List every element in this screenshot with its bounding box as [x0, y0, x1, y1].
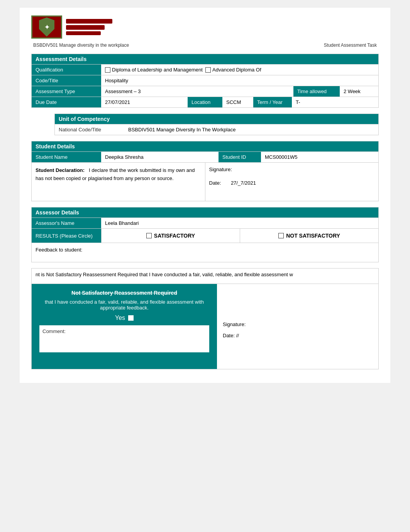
date-label: Date:: [209, 180, 221, 186]
reassessment-title: Not Satisfactory Reassessment Required: [71, 290, 177, 296]
due-date-row: Due Date 27/07/2021 Location SCCM Term /…: [32, 97, 378, 107]
logo-shield: ✦: [39, 17, 54, 37]
subtitle-right: Student Assessment Task: [324, 42, 377, 48]
reassessment-content: that I have conducted a fair, valid, rel…: [39, 299, 209, 311]
uoc-section: Unit of Competency National Code/Title B…: [54, 114, 379, 135]
declaration-label: Student Declaration:: [36, 167, 85, 173]
assessment-type-label: Assessment Type: [32, 86, 101, 97]
yes-row: Yes: [115, 314, 134, 321]
student-name-value: Deepika Shresha: [101, 152, 219, 162]
comment-box: Comment:: [39, 325, 209, 352]
due-date-label: Due Date: [32, 97, 101, 107]
reassess-wrapper: Not Satisfactory Reassessment Required t…: [32, 284, 378, 369]
assessment-type-row: Assessment Type Assessment – 3 Time allo…: [32, 86, 378, 97]
student-name-label: Student Name: [32, 152, 101, 162]
right-date-label: Date: //: [223, 332, 373, 340]
satisfactory-option: SATISFACTORY: [101, 229, 240, 243]
feedback-row: Feedback to student:: [32, 243, 378, 262]
logo-area: ✦: [31, 15, 112, 39]
diploma-text: Diploma of Leadership and Management: [112, 67, 203, 73]
signature-area: Signature: Date: 27/_7/2021: [205, 163, 379, 201]
assessment-details-section: Assessment Details Qualification Diploma…: [31, 54, 379, 108]
qualification-value: Diploma of Leadership and Management Adv…: [101, 65, 378, 75]
diploma-checkbox-label: Diploma of Leadership and Management: [105, 67, 203, 73]
reassess-left: Not Satisfactory Reassessment Required t…: [32, 284, 217, 369]
date-value: 27/_7/2021: [231, 180, 256, 186]
not-satisfactory-text: NOT SATISFACTORY: [286, 233, 340, 239]
page-container: ✦ BSBDIV501 Manage diversity in the work…: [20, 8, 390, 383]
due-date-value: 27/07/2021: [101, 97, 188, 107]
not-satisfactory-checkbox[interactable]: [278, 233, 284, 238]
results-label: RESULTS (Please Circle): [32, 229, 101, 243]
code-title-label: Code/Title: [32, 75, 101, 86]
date-area: Date: 27/_7/2021: [209, 180, 375, 186]
student-header: Student Details: [32, 141, 378, 151]
term-year-value: T-: [292, 97, 378, 107]
not-satisfactory-option: NOT SATISFACTORY: [240, 229, 378, 243]
assessment-details-header: Assessment Details: [32, 54, 378, 64]
hospitality-row: Code/Title Hospitality: [32, 75, 378, 86]
national-code-value: BSBDIV501 Manage Diversity In The Workpl…: [124, 124, 378, 135]
qualification-row: Qualification Diploma of Leadership and …: [32, 64, 378, 75]
student-section: Student Details Student Name Deepika Shr…: [31, 141, 379, 201]
location-label: Location: [188, 97, 222, 107]
right-signature-area: Signature: Date: //: [223, 321, 373, 340]
background-text-row: nt is Not Satisfactory Reassessment Requ…: [32, 269, 378, 284]
student-id-label: Student ID: [219, 152, 261, 162]
satisfactory-text: SATISFACTORY: [154, 233, 195, 239]
national-code-label: National Code/Title: [55, 124, 124, 135]
declaration-text: Student Declaration: I declare that the …: [32, 163, 205, 201]
assessor-name-row: Assessor's Name Leela Bhandari: [32, 218, 378, 228]
results-row: RESULTS (Please Circle) SATISFACTORY NOT…: [32, 228, 378, 243]
student-name-row: Student Name Deepika Shresha Student ID …: [32, 151, 378, 162]
feedback-label: Feedback to student:: [36, 247, 374, 253]
time-allowed-label: Time allowed: [293, 86, 340, 97]
header: ✦: [31, 15, 379, 39]
term-year-label: Term / Year: [253, 97, 292, 107]
uoc-header: Unit of Competency: [55, 114, 378, 124]
location-value: SCCM: [222, 97, 253, 107]
signature-label: Signature:: [209, 167, 375, 172]
background-text: nt is Not Satisfactory Reassessment Requ…: [36, 272, 293, 277]
advanced-diploma-text: Advanced Diploma Of: [212, 67, 261, 73]
logo-box: ✦: [31, 15, 62, 39]
sub-header: BSBDIV501 Manage diversity in the workpl…: [31, 42, 379, 48]
yes-label: Yes: [115, 314, 125, 321]
satisfactory-checkbox[interactable]: [146, 233, 152, 238]
assessor-header: Assessor Details: [32, 207, 378, 218]
reassessment-section: nt is Not Satisfactory Reassessment Requ…: [31, 268, 379, 369]
comment-label: Comment:: [42, 328, 66, 334]
reassess-right: Signature: Date: //: [217, 284, 378, 369]
hospitality-value: Hospitality: [101, 75, 378, 86]
assessment-type-value: Assessment – 3: [101, 86, 293, 97]
assessor-name-label: Assessor's Name: [32, 218, 101, 228]
uoc-row: National Code/Title BSBDIV501 Manage Div…: [55, 124, 378, 135]
advanced-diploma-checkbox-label: Advanced Diploma Of: [205, 67, 261, 73]
qualification-label: Qualification: [32, 65, 101, 75]
time-allowed-value: 2 Week: [340, 86, 378, 97]
subtitle-left: BSBDIV501 Manage diversity in the workpl…: [33, 42, 129, 48]
diploma-checkbox[interactable]: [105, 67, 110, 73]
assessor-name-value: Leela Bhandari: [101, 218, 378, 228]
declaration-row: Student Declaration: I declare that the …: [32, 162, 378, 201]
assessor-section: Assessor Details Assessor's Name Leela B…: [31, 207, 379, 262]
student-id-value: MCS00001W5: [261, 152, 378, 162]
right-signature-label: Signature:: [223, 321, 373, 329]
advanced-diploma-checkbox[interactable]: [205, 67, 211, 73]
yes-checkbox[interactable]: [128, 315, 134, 321]
